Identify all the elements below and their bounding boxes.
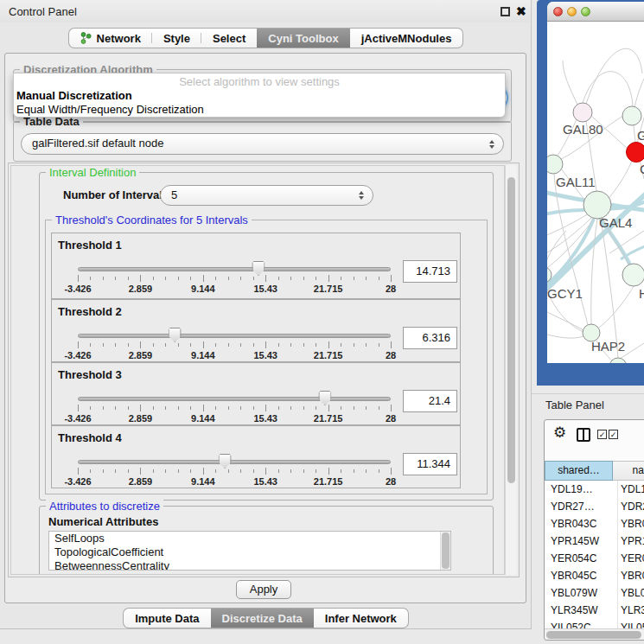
tab-style[interactable]: Style xyxy=(152,28,201,48)
tick-label: 2.859 xyxy=(129,413,153,424)
tick-mark xyxy=(366,469,367,473)
numerical-attributes-label: Numerical Attributes xyxy=(48,515,158,528)
attributes-scrollbar-thumb[interactable] xyxy=(442,532,450,569)
tick-mark xyxy=(391,341,392,348)
slider-tick-labels: -3.4262.8599.14415.4321.71528 xyxy=(78,350,391,360)
node-gal-top-right[interactable] xyxy=(622,106,641,125)
gear-icon[interactable]: ⚙ xyxy=(553,424,566,442)
attributes-group: Attributes to discretize Numerical Attri… xyxy=(39,506,494,575)
tick-mark xyxy=(215,277,216,280)
settings-scrollbar[interactable] xyxy=(505,165,517,575)
cell-name: YDR27 xyxy=(621,498,644,515)
attribute-item-topologicalcoefficient[interactable]: TopologicalCoefficient xyxy=(49,545,450,559)
algorithm-option-manual-discretization[interactable]: Manual Discretization xyxy=(14,89,505,103)
close-traffic-light-icon[interactable] xyxy=(553,7,563,16)
threshold-value-field[interactable]: 6.316 xyxy=(403,327,457,349)
attribute-item-selfloops[interactable]: SelfLoops xyxy=(49,532,450,545)
tick-mark xyxy=(128,469,129,473)
tick-mark xyxy=(240,406,241,410)
close-icon[interactable]: ✖ xyxy=(516,4,526,18)
table-row[interactable]: YIL052CYIL052C xyxy=(545,619,644,628)
table-row[interactable]: YDL19…YDL19 xyxy=(545,481,644,498)
tick-label: 9.144 xyxy=(191,350,215,360)
tick-mark xyxy=(328,341,329,348)
numerical-attributes-list[interactable]: SelfLoopsTopologicalCoefficientBetweenne… xyxy=(48,531,451,571)
cell-name: YBR043C xyxy=(621,515,644,532)
tick-label: 15.43 xyxy=(253,413,277,424)
apply-button[interactable]: Apply xyxy=(236,580,291,599)
attribute-item-betweennesscentrality[interactable]: BetweennessCentrality xyxy=(49,559,450,571)
tick-mark xyxy=(253,406,254,410)
tab-cyni-toolbox[interactable]: Cyni Toolbox xyxy=(257,28,349,48)
column-header-name[interactable]: name xyxy=(613,461,644,481)
number-of-intervals-combobox[interactable]: 5 xyxy=(160,185,373,206)
tick-mark xyxy=(290,343,291,347)
table-row[interactable]: YER054CYER054C xyxy=(545,550,644,567)
threshold-slider[interactable]: -3.4262.8599.14415.4321.71528 xyxy=(78,260,391,296)
table-row[interactable]: YPR145WYPR145W xyxy=(545,532,644,550)
threshold-value-field[interactable]: 21.4 xyxy=(403,390,457,412)
bottom-tab-discretize-data[interactable]: Discretize Data xyxy=(211,608,314,628)
tab-jactivemnodules[interactable]: jActiveMNodules xyxy=(350,28,464,48)
tick-mark xyxy=(90,469,91,473)
algorithm-option-list: Manual DiscretizationEqual Width/Frequen… xyxy=(14,89,505,117)
slider-track[interactable] xyxy=(78,460,391,464)
table-row[interactable]: YBL079WYBL079W xyxy=(545,584,644,602)
tick-mark xyxy=(341,406,341,410)
tick-mark xyxy=(165,277,166,280)
table-row[interactable]: YLR345WYLR345W xyxy=(545,602,644,619)
tick-mark xyxy=(328,405,329,411)
table-row[interactable]: YDR27…YDR27 xyxy=(545,498,644,515)
threshold-slider[interactable]: -3.4262.8599.14415.4321.71528 xyxy=(78,453,391,489)
table-data-combobox[interactable]: galFiltered.sif default node xyxy=(21,133,504,155)
checkbox-icon[interactable]: ✓ xyxy=(597,430,607,439)
bottom-tab-impute-data[interactable]: Impute Data xyxy=(123,608,210,628)
threshold-slider[interactable]: -3.4262.8599.14415.4321.71528 xyxy=(78,327,391,363)
tick-mark xyxy=(115,343,116,347)
tick-mark xyxy=(78,405,79,411)
algorithm-option-equal-width-frequency-discretization[interactable]: Equal Width/Frequency Discretization xyxy=(14,103,505,117)
slider-track[interactable] xyxy=(78,334,391,338)
slider-track[interactable] xyxy=(78,397,391,401)
split-columns-icon[interactable] xyxy=(577,428,590,442)
tick-mark xyxy=(228,406,229,410)
tick-mark xyxy=(140,405,141,411)
column-header-shared-name[interactable]: shared… xyxy=(545,461,613,481)
threshold-slider[interactable]: -3.4262.8599.14415.4321.71528 xyxy=(78,390,391,426)
slider-track[interactable] xyxy=(78,267,391,271)
tick-mark xyxy=(366,406,367,410)
network-canvas[interactable]: GAL80GAGAL11CGAL4GCY1HHAP2 xyxy=(547,22,644,363)
tab-label: Impute Data xyxy=(135,612,199,625)
threshold-value-field[interactable]: 14.713 xyxy=(403,260,457,283)
node-bottom-node[interactable] xyxy=(609,358,627,363)
table-hscrollbar-thumb[interactable] xyxy=(546,631,641,639)
node-h-node[interactable] xyxy=(622,264,644,286)
tick-mark xyxy=(265,405,266,411)
tab-select[interactable]: Select xyxy=(201,28,257,48)
settings-scrollbar-thumb[interactable] xyxy=(507,177,515,483)
zoom-traffic-light-icon[interactable] xyxy=(581,7,590,16)
tick-mark xyxy=(203,341,204,348)
tab-label: Discretize Data xyxy=(222,612,303,625)
table-horizontal-scrollbar[interactable] xyxy=(545,628,644,640)
tick-mark xyxy=(265,468,266,475)
tick-mark xyxy=(341,343,341,347)
node-gal11[interactable] xyxy=(547,155,563,174)
tab-network[interactable]: Network xyxy=(68,28,152,48)
node-selected-red[interactable] xyxy=(627,143,644,163)
tick-mark xyxy=(354,406,354,410)
table-row[interactable]: YBR043CYBR043C xyxy=(545,515,644,532)
tick-mark xyxy=(316,343,316,347)
minimize-traffic-light-icon[interactable] xyxy=(567,7,577,16)
checkbox-icon[interactable]: ✓ xyxy=(609,430,618,439)
node-gal80[interactable] xyxy=(573,103,592,122)
network-window-titlebar xyxy=(547,2,644,22)
bottom-tab-infer-network[interactable]: Infer Network xyxy=(314,608,409,628)
float-icon[interactable] xyxy=(501,7,510,16)
threshold-panel-3: Threshold 3-3.4262.8599.14415.4321.71528… xyxy=(51,362,461,425)
tick-mark xyxy=(328,275,329,282)
tick-mark xyxy=(316,469,316,473)
attributes-scrollbar[interactable] xyxy=(440,532,450,570)
threshold-value-field[interactable]: 11.344 xyxy=(403,453,457,475)
table-row[interactable]: YBR045CYBR045C xyxy=(545,567,644,584)
